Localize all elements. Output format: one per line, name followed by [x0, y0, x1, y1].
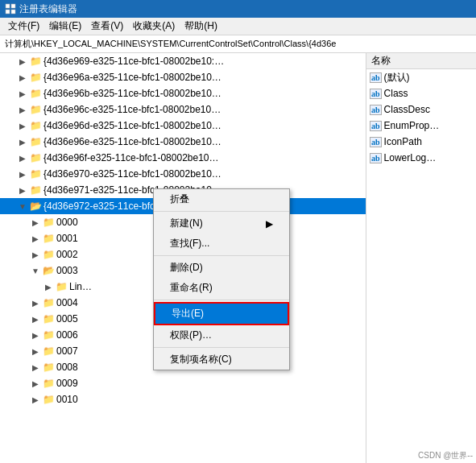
expand-arrow: ▶: [16, 105, 29, 114]
tree-label: 0008: [56, 362, 78, 373]
ab-icon: ab: [370, 89, 382, 99]
value-label: LowerLog…: [384, 152, 437, 163]
tree-item[interactable]: ▶ 📁 {4d36e970-e325-11ce-bfc1-08002be10…: [0, 166, 366, 182]
ctx-export[interactable]: 导出(E): [154, 302, 289, 325]
value-item[interactable]: ab EnumProp…: [366, 118, 476, 134]
tree-label: 0005: [56, 313, 78, 325]
folder-icon: 📁: [42, 394, 55, 405]
folder-icon: 📁: [42, 313, 55, 325]
tree-item[interactable]: ▶ 📁 {4d36e96a-e325-11ce-bfc1-08002be10…: [0, 69, 366, 85]
app-icon: [5, 3, 16, 14]
ctx-separator: [154, 300, 289, 300]
tree-label: 0003: [56, 265, 78, 276]
folder-icon: 📁: [42, 297, 55, 308]
tree-label: {4d36e96d-e325-11ce-bfc1-08002be10…: [43, 120, 221, 131]
value-item[interactable]: ab (默认): [366, 69, 476, 85]
value-label: IconPath: [384, 136, 422, 147]
tree-label: {4d36e970-e325-11ce-bfc1-08002be10…: [43, 168, 221, 180]
expand-arrow: ▼: [16, 202, 29, 211]
value-label: Class: [384, 88, 408, 99]
title-bar: 注册表编辑器: [0, 0, 476, 18]
menu-bar: 文件(F) 编辑(E) 查看(V) 收藏夹(A) 帮助(H): [0, 18, 476, 35]
value-panel: 名称 ab (默认) ab Class ab ClassDesc ab Enum…: [366, 53, 476, 463]
ctx-collapse[interactable]: 折叠: [154, 189, 289, 209]
tree-item[interactable]: ▶ 📁 {4d36e96b-e325-11ce-bfc1-08002be10…: [0, 85, 366, 101]
ctx-new[interactable]: 新建(N) ▶: [154, 213, 289, 234]
expand-arrow: ▶: [16, 138, 29, 147]
menu-file[interactable]: 文件(F): [3, 18, 44, 35]
ctx-rename[interactable]: 重命名(R): [154, 278, 289, 298]
value-label: (默认): [384, 71, 410, 85]
ctx-permissions[interactable]: 权限(P)…: [154, 325, 289, 345]
folder-icon: 📁: [42, 249, 55, 260]
folder-icon: 📁: [42, 233, 55, 244]
value-item[interactable]: ab Class: [366, 85, 476, 101]
folder-icon: 📂: [42, 265, 55, 276]
ctx-delete[interactable]: 删除(D): [154, 258, 289, 278]
folder-icon: 📁: [29, 168, 42, 180]
tree-item[interactable]: ▶ 📁 {4d36e96d-e325-11ce-bfc1-08002be10…: [0, 118, 366, 134]
menu-help[interactable]: 帮助(H): [180, 18, 222, 35]
folder-icon: 📁: [29, 136, 42, 147]
menu-favorites[interactable]: 收藏夹(A): [128, 18, 180, 35]
value-item[interactable]: ab ClassDesc: [366, 101, 476, 118]
tree-item[interactable]: ▶ 📁 {4d36e969-e325-11ce-bfc1-08002be10:…: [0, 53, 366, 69]
value-panel-header: 名称: [366, 53, 476, 69]
svg-rect-2: [6, 10, 10, 14]
tree-label: {4d36e969-e325-11ce-bfc1-08002be10:…: [43, 56, 224, 67]
expand-arrow: ▶: [29, 315, 42, 324]
tree-item[interactable]: ▶ 📁 0010: [0, 391, 366, 407]
ab-icon: ab: [370, 153, 382, 163]
expand-arrow: ▶: [29, 379, 42, 388]
svg-rect-1: [11, 4, 15, 8]
expand-arrow: ▶: [29, 218, 42, 227]
tree-label: 0007: [56, 345, 78, 357]
expand-arrow: ▶: [16, 89, 29, 98]
ctx-separator: [154, 211, 289, 212]
value-item[interactable]: ab LowerLog…: [366, 150, 476, 166]
folder-icon: 📁: [42, 345, 55, 357]
expand-arrow: ▶: [16, 170, 29, 179]
folder-icon: 📁: [42, 329, 55, 341]
tree-item[interactable]: ▶ 📁 {4d36e96c-e325-11ce-bfc1-08002be10…: [0, 101, 366, 118]
value-label: ClassDesc: [384, 104, 430, 115]
menu-view[interactable]: 查看(V): [86, 18, 128, 35]
ab-icon: ab: [370, 105, 382, 115]
ab-icon: ab: [370, 121, 382, 131]
tree-label: 0010: [56, 394, 78, 405]
tree-label: 0006: [56, 329, 78, 341]
expand-arrow: ▶: [29, 331, 42, 340]
tree-label: {4d36e96f-e325-11ce-bfc1-08002be10…: [43, 152, 219, 163]
folder-icon: 📁: [29, 88, 42, 99]
folder-icon: 📁: [42, 217, 55, 228]
tree-label: {4d36e96b-e325-11ce-bfc1-08002be10…: [43, 88, 221, 99]
expand-arrow: ▶: [29, 299, 42, 308]
value-label: EnumProp…: [384, 120, 440, 131]
tree-item[interactable]: ▶ 📁 {4d36e96f-e325-11ce-bfc1-08002be10…: [0, 150, 366, 166]
folder-icon: 📁: [42, 362, 55, 373]
main-content: ▶ 📁 {4d36e969-e325-11ce-bfc1-08002be10:……: [0, 53, 476, 463]
expand-arrow: ▶: [29, 234, 42, 243]
address-path: 计算机\HKEY_LOCAL_MACHINE\SYSTEM\CurrentCon…: [5, 38, 336, 50]
expand-arrow: ▶: [16, 73, 29, 82]
value-item[interactable]: ab IconPath: [366, 134, 476, 150]
ctx-find[interactable]: 查找(F)...: [154, 234, 289, 254]
tree-label: {4d36e96e-e325-11ce-bfc1-08002be10…: [43, 136, 221, 147]
expand-arrow: ▶: [16, 186, 29, 195]
tree-label: Lin…: [69, 281, 92, 292]
submenu-arrow-icon: ▶: [266, 218, 273, 229]
folder-icon: 📁: [29, 184, 42, 196]
folder-icon: 📁: [29, 56, 42, 67]
tree-label: {4d36e96c-e325-11ce-bfc1-08002be10…: [43, 104, 221, 115]
menu-edit[interactable]: 编辑(E): [44, 18, 86, 35]
svg-rect-3: [11, 10, 15, 14]
tree-item[interactable]: ▶ 📁 {4d36e96e-e325-11ce-bfc1-08002be10…: [0, 134, 366, 150]
folder-icon: 📁: [55, 281, 68, 292]
context-menu: 折叠 新建(N) ▶ 查找(F)... 删除(D) 重命名(R) 导出(E): [153, 188, 290, 370]
tree-item[interactable]: ▶ 📁 0009: [0, 375, 366, 391]
expand-arrow: ▶: [42, 283, 55, 291]
tree-label: 0004: [56, 297, 78, 308]
tree-label: 0001: [56, 233, 78, 244]
ctx-separator: [154, 255, 289, 256]
ctx-copy-name[interactable]: 复制项名称(C): [154, 349, 289, 370]
